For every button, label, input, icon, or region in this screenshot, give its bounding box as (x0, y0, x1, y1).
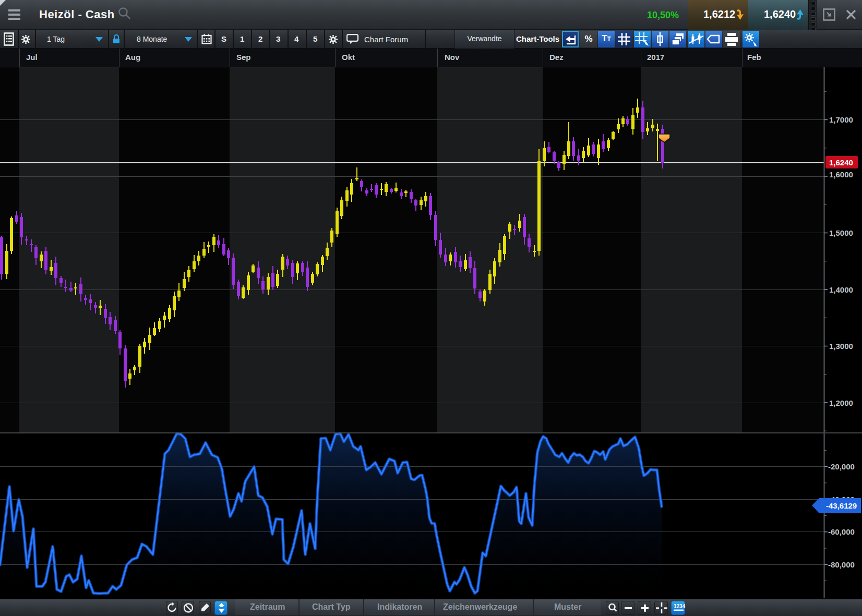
svg-text:1,4000: 1,4000 (829, 285, 853, 294)
svg-text:1,6000: 1,6000 (829, 170, 853, 179)
svg-text:1,3000: 1,3000 (829, 342, 853, 351)
svg-text:-80,000: -80,000 (828, 560, 855, 569)
svg-text:1,5000: 1,5000 (829, 228, 853, 237)
svg-text:1,2000: 1,2000 (829, 398, 853, 407)
svg-text:1,6240: 1,6240 (829, 158, 853, 167)
svg-text:-20,000: -20,000 (828, 462, 855, 471)
svg-text:-60,000: -60,000 (828, 527, 855, 536)
svg-text:-43,6129: -43,6129 (826, 501, 857, 510)
svg-text:1234: 1234 (674, 603, 686, 609)
svg-text:1,7000: 1,7000 (829, 115, 853, 124)
